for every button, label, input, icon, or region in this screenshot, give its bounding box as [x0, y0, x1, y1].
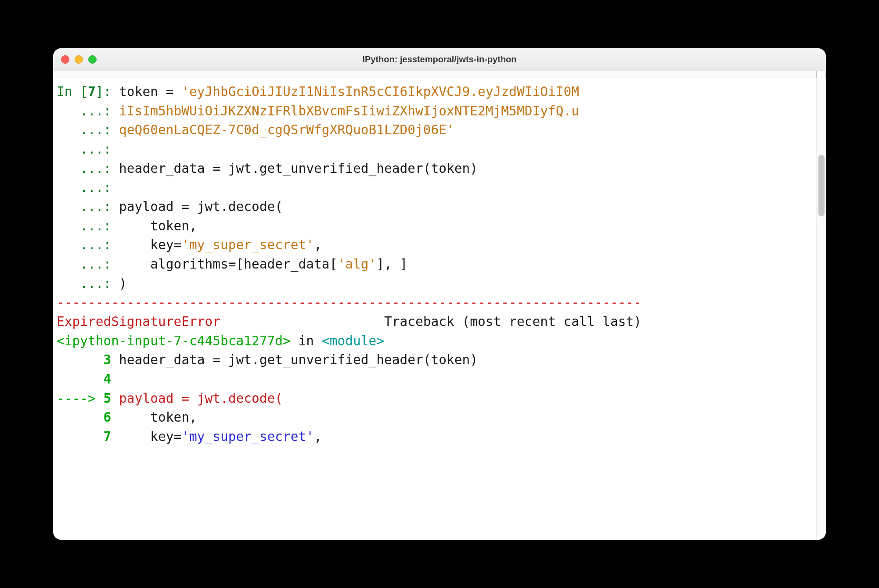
- string-literal: 'eyJhbGciOiJIUzI1NiIsInR5cCI6IkpXVCJ9.ey…: [181, 84, 579, 99]
- tb-lineno: 4: [57, 372, 119, 387]
- prompt-cont: ...:: [57, 199, 119, 214]
- code-text: payload = jwt.decode(: [119, 199, 283, 214]
- string-literal: 'my_super_secret': [181, 429, 314, 444]
- code-text: token =: [119, 84, 181, 99]
- code-text: ,: [314, 237, 322, 252]
- top-rail: [53, 71, 826, 78]
- fullscreen-icon[interactable]: [88, 55, 97, 64]
- code-text: ], ]: [376, 257, 407, 272]
- content-wrap: In [7]: token = 'eyJhbGciOiJIUzI1NiIsInR…: [53, 78, 826, 540]
- string-literal: iIsIm5hbWUiOiJKZXNzIFRlbXBvcmFsIiwiZXhwI…: [119, 104, 579, 118]
- terminal-window: IPython: jesstemporal/jwts-in-python In …: [53, 48, 826, 540]
- prompt-cont: ...:: [57, 219, 119, 233]
- tb-lineno: 7: [57, 429, 119, 444]
- tb-code: token: [119, 410, 189, 425]
- prompt-cont: ...:: [57, 104, 119, 118]
- string-literal: 'alg': [337, 257, 376, 272]
- tb-code: payload: [119, 391, 181, 406]
- tb-lineno: 3: [57, 352, 119, 367]
- traffic-lights: [61, 55, 97, 64]
- prompt-cont: ...:: [57, 161, 119, 176]
- titlebar[interactable]: IPython: jesstemporal/jwts-in-python: [53, 48, 826, 71]
- window-title: IPython: jesstemporal/jwts-in-python: [53, 54, 826, 65]
- minimize-icon[interactable]: [75, 55, 83, 64]
- code-text: algorithms=[header_data[: [119, 257, 337, 272]
- tb-module: <module>: [322, 333, 384, 348]
- terminal-content[interactable]: In [7]: token = 'eyJhbGciOiJIUzI1NiIsInR…: [53, 78, 816, 540]
- tb-ipython-ref: <ipython-input-7-c445bca1277d>: [57, 333, 291, 348]
- code-text: token,: [119, 219, 197, 233]
- tb-arrow-icon: ---->: [57, 391, 104, 406]
- prompt-cont: ...:: [57, 180, 119, 195]
- scrollbar-thumb[interactable]: [818, 155, 825, 216]
- code-text: key=: [119, 237, 181, 252]
- code-text: ): [119, 276, 127, 291]
- close-icon[interactable]: [61, 55, 69, 64]
- prompt-in: In [7]:: [57, 84, 119, 99]
- prompt-cont: ...:: [57, 276, 119, 291]
- tb-lineno: 6: [57, 410, 119, 425]
- prompt-cont: ...:: [57, 122, 119, 137]
- string-literal: 'my_super_secret': [181, 237, 314, 252]
- tb-lineno: 5: [104, 391, 119, 406]
- tb-code: header_data: [119, 352, 213, 367]
- corner-widget[interactable]: [816, 71, 826, 78]
- prompt-cont: ...:: [57, 237, 119, 252]
- error-name: ExpiredSignatureError: [57, 314, 220, 329]
- tb-label: Traceback (most recent call last): [384, 314, 641, 329]
- tb-separator: ----------------------------------------…: [57, 295, 641, 310]
- string-literal: qeQ60enLaCQEZ-7C0d_cgQSrWfgXRQuoB1LZD0j0…: [119, 122, 454, 137]
- prompt-cont: ...:: [57, 257, 119, 272]
- code-text: header_data = jwt.get_unverified_header(…: [119, 161, 478, 176]
- scrollbar-track[interactable]: [816, 78, 826, 540]
- tb-code: key: [119, 429, 173, 444]
- tb-spacing: [220, 314, 384, 329]
- prompt-cont: ...:: [57, 142, 119, 157]
- tb-in: in: [291, 333, 322, 348]
